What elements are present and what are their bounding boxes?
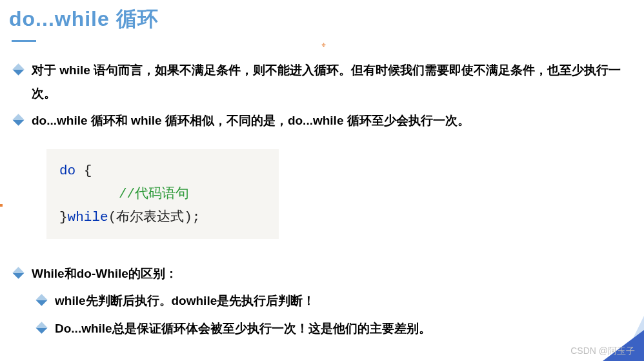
code-keyword: do xyxy=(59,163,75,178)
code-text: (布尔表达式); xyxy=(108,210,201,225)
watermark: CSDN @阿玉子 xyxy=(570,346,635,357)
content-area: 对于 while 语句而言，如果不满足条件，则不能进入循环。但有时候我们需要即使… xyxy=(0,42,644,340)
bullet-text: while先判断后执行。dowhile是先执行后判断！ xyxy=(55,289,635,313)
diamond-bullet-icon xyxy=(12,63,24,75)
code-block: do { //代码语句 }while(布尔表达式); xyxy=(46,149,279,239)
code-comment: //代码语句 xyxy=(119,187,189,201)
code-keyword: while xyxy=(68,210,108,225)
diamond-bullet-icon xyxy=(12,267,24,279)
code-line: //代码语句 xyxy=(59,183,266,206)
bullet-item-sub: Do...while总是保证循环体会被至少执行一次！这是他们的主要差别。 xyxy=(37,317,635,340)
code-line: do { xyxy=(59,160,266,183)
bullet-text: do...while 循环和 while 循环相似，不同的是，do...whil… xyxy=(32,109,635,132)
anchor-icon: ⌖ xyxy=(321,40,326,50)
page-title: do...while 循环 xyxy=(0,0,644,34)
diamond-bullet-icon xyxy=(12,114,24,125)
bullet-item-sub: while先判断后执行。dowhile是先执行后判断！ xyxy=(37,289,635,313)
bullet-text: While和do-While的区别： xyxy=(32,262,635,285)
bullet-item: While和do-While的区别： xyxy=(14,262,635,285)
diamond-bullet-icon xyxy=(35,322,47,333)
bullet-text: Do...while总是保证循环体会被至少执行一次！这是他们的主要差别。 xyxy=(55,317,635,340)
diamond-bullet-icon xyxy=(35,294,47,306)
left-edge-marker xyxy=(0,204,3,207)
code-text: { xyxy=(75,163,92,178)
code-text: } xyxy=(59,210,68,225)
bullet-text: 对于 while 语句而言，如果不满足条件，则不能进入循环。但有时候我们需要即使… xyxy=(32,59,635,105)
bullet-item: 对于 while 语句而言，如果不满足条件，则不能进入循环。但有时候我们需要即使… xyxy=(14,59,635,105)
code-line: }while(布尔表达式); xyxy=(59,206,266,229)
bullet-item: do...while 循环和 while 循环相似，不同的是，do...whil… xyxy=(14,109,635,132)
